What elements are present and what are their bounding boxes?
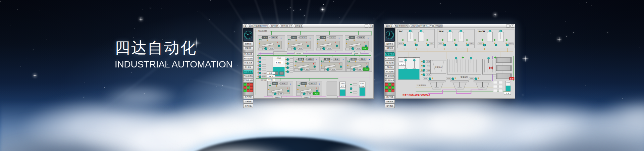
star xyxy=(545,88,545,88)
alarm-button[interactable]: 报警查看 xyxy=(385,42,395,46)
sidebar-nav-button[interactable]: P3 多介质 xyxy=(385,61,395,65)
window-titlebar: ▥▤预处理(3000t/h)12/02/1609:05:01 上午启动监视—✕ xyxy=(384,24,515,28)
cloud xyxy=(174,143,295,151)
menu-icon[interactable]: ▥ xyxy=(244,24,247,28)
close-button[interactable]: ✕ xyxy=(369,24,373,28)
cloud xyxy=(496,134,644,151)
star xyxy=(566,36,567,37)
minimize-button[interactable]: — xyxy=(506,24,510,28)
star xyxy=(114,3,114,3)
star xyxy=(608,94,608,94)
svg-text:污泥浓缩池: 污泥浓缩池 xyxy=(417,84,426,87)
star xyxy=(78,27,78,27)
sidebar-nav-button[interactable]: P5 反渗透 xyxy=(243,70,253,74)
svg-text:28.6: 28.6 xyxy=(321,37,325,39)
sidebar-nav-button[interactable]: P2 V型滤池 xyxy=(385,57,395,61)
layout-icon[interactable]: ▤ xyxy=(248,24,252,28)
dosing-station: PAMMM302M303M xyxy=(437,29,475,48)
cloud xyxy=(302,93,456,151)
sidebar-nav-button[interactable]: P4 超滤 xyxy=(385,65,395,69)
svg-text:CT: CT xyxy=(270,83,271,85)
star xyxy=(238,14,239,14)
svg-text:PAC: PAC xyxy=(399,30,404,33)
tank: LT304-1.04 xyxy=(359,82,365,96)
svg-text:FT: FT xyxy=(308,83,309,85)
svg-text:M: M xyxy=(449,31,450,32)
star xyxy=(609,79,609,79)
sidebar-system-button[interactable]: 历史报表 xyxy=(385,100,395,104)
star xyxy=(57,100,58,100)
minimize-button[interactable]: — xyxy=(365,24,369,28)
sidebar-nav-button[interactable]: P4 超滤 xyxy=(243,65,253,69)
sidebar-nav-button[interactable]: P7 除盐水箱 xyxy=(243,79,253,83)
alarm-button[interactable]: 报警消音 xyxy=(243,46,253,50)
alarm-button[interactable]: 报警查看 xyxy=(243,42,253,46)
titlebar-time: 09:05:01 上午 xyxy=(280,24,293,28)
star xyxy=(53,71,53,71)
svg-text:▲: ▲ xyxy=(342,59,343,60)
star xyxy=(522,21,522,21)
sidebar-nav-button[interactable]: P6 化学清洗 xyxy=(385,74,395,78)
sidebar-nav-button[interactable]: P1 预处理 xyxy=(385,52,395,56)
star xyxy=(374,18,374,19)
svg-text:0.1: 0.1 xyxy=(335,58,338,60)
sparkle-star xyxy=(321,7,325,11)
sidebar-nav-button[interactable]: P2 V型滤池 xyxy=(243,57,253,61)
sidebar-system-button[interactable]: 用户管理 xyxy=(385,95,395,99)
svg-text:300M: 300M xyxy=(399,43,402,45)
svg-text:303M: 303M xyxy=(470,43,473,45)
brand-block: 四达自动化 INDUSTRIAL AUTOMATION xyxy=(115,39,233,69)
star xyxy=(32,7,33,7)
filter-unit xyxy=(496,66,512,71)
alarm-status-grid xyxy=(385,83,395,92)
svg-text:絮凝反应: 絮凝反应 xyxy=(461,76,468,78)
svg-text:0.0: 0.0 xyxy=(269,72,272,74)
star xyxy=(203,36,203,36)
menu-icon[interactable]: ▥ xyxy=(385,24,389,28)
svg-text:214M: 214M xyxy=(427,61,430,62)
star xyxy=(440,3,441,4)
star xyxy=(134,28,135,29)
sidebar-nav-button[interactable]: P1 预处理 xyxy=(243,52,253,56)
svg-text:26.0: 26.0 xyxy=(352,58,356,60)
planet-horizon xyxy=(179,137,387,151)
layout-icon[interactable]: ▤ xyxy=(389,24,393,28)
svg-text:▲: ▲ xyxy=(316,59,317,60)
svg-text:PH402: PH402 xyxy=(262,76,266,78)
window-body: 报警查看报警消音P1 预处理P2 V型滤池P3 多介质P4 超滤P5 反渗透P6… xyxy=(243,28,373,98)
svg-text:215M: 215M xyxy=(427,65,430,67)
sidebar-system-button[interactable]: 用户管理 xyxy=(243,95,253,99)
star xyxy=(333,1,334,2)
svg-text:LT402: LT402 xyxy=(506,82,510,84)
sidebar-nav-button[interactable]: P5 反渗透 xyxy=(385,70,395,74)
status-cell xyxy=(250,89,253,92)
alarm-button[interactable]: 报警消音 xyxy=(385,46,395,50)
status-cell xyxy=(388,89,391,92)
star xyxy=(416,12,416,12)
sidebar-system-button[interactable]: 退出系统 xyxy=(385,104,395,108)
sidebar-system-button[interactable]: 历史报表 xyxy=(243,100,253,104)
sidebar-nav-button[interactable]: P7 除盐水箱 xyxy=(385,79,395,83)
svg-text:RO302: RO302 xyxy=(354,52,359,54)
star xyxy=(237,65,238,65)
svg-text:ORP402: ORP402 xyxy=(261,79,266,81)
sidebar-nav-button[interactable]: P3 多介质 xyxy=(243,61,253,65)
close-button[interactable]: ✕ xyxy=(511,24,514,28)
ro-unit: CT38.2FT0.1▲保安 xyxy=(287,35,314,51)
svg-text:保安: 保安 xyxy=(270,48,273,49)
star xyxy=(384,22,384,22)
sidebar-nav-button[interactable]: P6 化学清洗 xyxy=(243,74,253,78)
star xyxy=(523,95,523,95)
diagram-svg: PACMM300M301MPAMMM302M303MNaOHMM304M305M… xyxy=(395,28,515,98)
scada-window-1: ▥▤2#反渗透(3000t/h)12/02/1609:05:01 上午启动监视—… xyxy=(243,24,374,99)
sidebar-system-button[interactable]: 退出系统 xyxy=(243,104,253,108)
star xyxy=(216,87,217,87)
star xyxy=(379,57,379,58)
star xyxy=(0,2,0,2)
ro-unit: CT29.2FT105.6▲保安产水 xyxy=(345,35,372,51)
monitor-mode-badge: 启动监视 xyxy=(294,24,303,28)
star xyxy=(619,38,619,38)
svg-text:26.0: 26.0 xyxy=(273,83,277,85)
ro-unit: CT1.2FT0.1▲保安 xyxy=(320,57,345,71)
svg-text:2.3: 2.3 xyxy=(401,63,404,65)
